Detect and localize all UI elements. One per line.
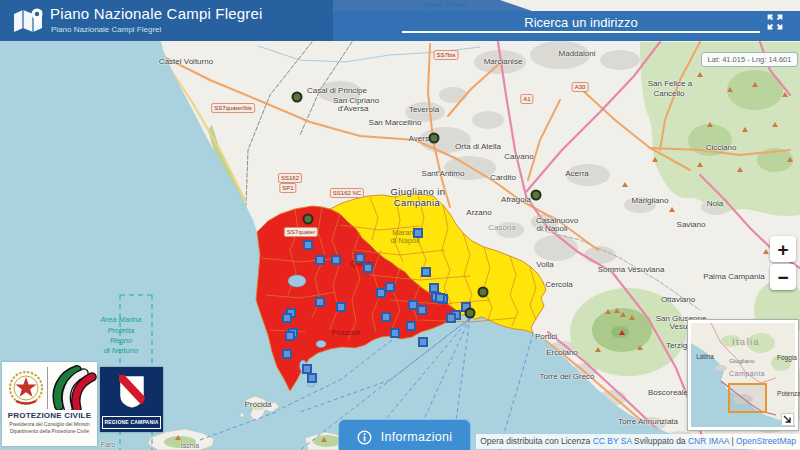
peak-icon bbox=[772, 122, 778, 127]
circle-marker[interactable] bbox=[531, 190, 542, 201]
informazioni-button[interactable]: Informazioni bbox=[338, 419, 471, 450]
attribution-link[interactable]: OpenStreetMap bbox=[736, 436, 796, 446]
logo-divider bbox=[47, 367, 48, 409]
peak-icon bbox=[321, 437, 327, 442]
peak-icon bbox=[707, 122, 713, 127]
peak-icon bbox=[742, 127, 748, 132]
minimap-canvas bbox=[691, 323, 795, 427]
peak-icon bbox=[620, 312, 626, 317]
attribution-text: | bbox=[729, 436, 736, 446]
info-icon bbox=[357, 430, 372, 445]
circle-marker[interactable] bbox=[292, 92, 303, 103]
peak-icon bbox=[697, 162, 703, 167]
peak-icon bbox=[595, 347, 601, 352]
campania-shield-icon bbox=[116, 372, 148, 412]
protezione-civile-line2: Dipartimento della Protezione Civile bbox=[2, 428, 97, 434]
square-marker[interactable] bbox=[390, 328, 400, 338]
road-shield: A1 bbox=[520, 94, 533, 104]
attribution-link[interactable]: CNR IMAA bbox=[688, 436, 729, 446]
circle-marker[interactable] bbox=[478, 287, 489, 298]
attribution-link[interactable]: CC BY SA bbox=[593, 436, 632, 446]
square-marker[interactable] bbox=[418, 337, 428, 347]
regione-campania-label: REGIONE CAMPANIA bbox=[102, 416, 161, 429]
peak-icon bbox=[605, 309, 611, 314]
peak-icon bbox=[697, 72, 703, 77]
circle-marker[interactable] bbox=[465, 308, 476, 319]
square-marker[interactable] bbox=[331, 255, 341, 265]
zoom-out-button[interactable]: − bbox=[770, 264, 796, 290]
square-marker[interactable] bbox=[417, 305, 427, 315]
peak-icon bbox=[652, 157, 658, 162]
square-marker[interactable] bbox=[315, 297, 325, 307]
peak-icon bbox=[669, 207, 675, 212]
road-shield: SP1 bbox=[279, 183, 296, 193]
road-shield: SS7quater bbox=[284, 227, 318, 237]
coordinates-readout: Lat: 41.015 - Lng: 14.601 bbox=[701, 52, 798, 67]
road-shield: SS162 NC bbox=[330, 188, 364, 198]
fullscreen-expand-icon[interactable] bbox=[764, 11, 786, 33]
peak-icon bbox=[619, 330, 625, 335]
square-marker[interactable] bbox=[315, 255, 325, 265]
square-marker[interactable] bbox=[336, 302, 346, 312]
road-shield: SS162 bbox=[278, 173, 302, 183]
peak-icon bbox=[737, 167, 743, 172]
square-marker[interactable] bbox=[406, 321, 416, 331]
square-marker[interactable] bbox=[355, 253, 365, 263]
square-marker[interactable] bbox=[282, 349, 292, 359]
protezione-civile-logo: PROTEZIONE CIVILE Presidenza del Consigl… bbox=[2, 362, 97, 446]
protezione-civile-line1: Presidenza del Consiglio dei Ministri bbox=[2, 421, 97, 427]
peak-icon bbox=[637, 345, 643, 350]
square-marker[interactable] bbox=[381, 312, 391, 322]
attribution-bar: Opera distribuita con Licenza CC BY SA S… bbox=[476, 434, 800, 449]
app-title: Piano Nazionale Campi Flegrei bbox=[50, 5, 263, 22]
peak-icon bbox=[752, 82, 758, 87]
attribution-text: Opera distribuita con Licenza bbox=[480, 436, 592, 446]
road-shield: SS7quater/bis bbox=[211, 103, 255, 113]
peak-icon bbox=[175, 435, 181, 440]
circle-marker[interactable] bbox=[303, 214, 314, 225]
peak-icon bbox=[763, 249, 769, 254]
regione-campania-logo: REGIONE CAMPANIA bbox=[100, 367, 163, 432]
road-shield: A30 bbox=[572, 82, 589, 92]
square-marker[interactable] bbox=[446, 313, 456, 323]
app-subtitle: Piano Nazionale Campi Flegrei bbox=[51, 25, 161, 34]
square-marker[interactable] bbox=[307, 373, 317, 383]
folded-map-pin-icon bbox=[12, 6, 48, 36]
square-marker[interactable] bbox=[421, 267, 431, 277]
minimap-toggle-button[interactable] bbox=[781, 413, 794, 426]
tricolor-logo-icon bbox=[49, 364, 97, 410]
italy-emblem-icon bbox=[6, 365, 46, 411]
informazioni-label: Informazioni bbox=[381, 430, 453, 444]
square-marker[interactable] bbox=[413, 228, 423, 238]
square-marker[interactable] bbox=[385, 282, 395, 292]
peak-icon bbox=[787, 157, 793, 162]
square-marker[interactable] bbox=[282, 313, 292, 323]
square-marker[interactable] bbox=[376, 288, 386, 298]
search-input[interactable] bbox=[402, 14, 760, 33]
protezione-civile-title: PROTEZIONE CIVILE bbox=[2, 411, 97, 420]
peak-icon bbox=[622, 182, 628, 187]
attribution-text: Sviluppato da bbox=[632, 436, 688, 446]
circle-marker[interactable] bbox=[429, 133, 440, 144]
peak-icon bbox=[727, 87, 733, 92]
road-shield: SS7bis bbox=[433, 50, 458, 60]
app-root: Castel VolturnoCasal di PrincipeSan Cipr… bbox=[0, 0, 800, 450]
square-marker[interactable] bbox=[363, 263, 373, 273]
peak-icon bbox=[629, 315, 635, 320]
minimap-viewport-rect[interactable] bbox=[729, 384, 766, 412]
overview-minimap[interactable]: ItaliaLatinaFoggiaGiuglianoCampaniaPoten… bbox=[688, 320, 798, 430]
zoom-in-button[interactable]: + bbox=[770, 236, 796, 262]
peak-icon bbox=[782, 92, 788, 97]
square-marker[interactable] bbox=[435, 293, 445, 303]
square-marker[interactable] bbox=[303, 240, 313, 250]
square-marker[interactable] bbox=[285, 331, 295, 341]
